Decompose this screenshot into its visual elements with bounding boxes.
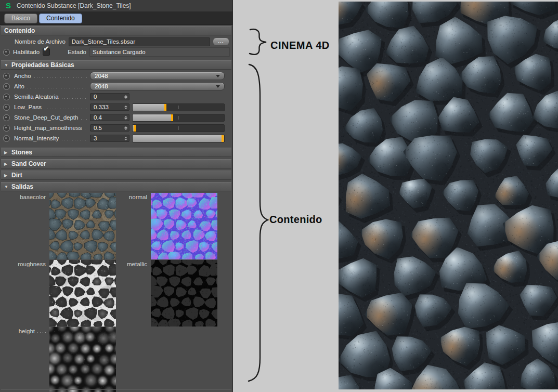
param-ring-icon: [3, 125, 10, 132]
number-value: 0.333: [94, 104, 109, 110]
slider-handle[interactable]: [164, 104, 166, 111]
section-header-salidas[interactable]: ▼ Salidas: [1, 182, 231, 191]
dropdown-value: 2048: [95, 83, 108, 89]
output-label-height: height: [19, 327, 49, 392]
output-label-text: metallic: [127, 261, 147, 267]
leader-dots: [45, 109, 87, 109]
panel-titlebar: S Contenido Substance [Dark_Stone_Tiles]: [0, 0, 232, 12]
basic-props-well: Ancho2048Alto2048Semilla Aleatoria0Low_P…: [0, 70, 232, 146]
param-ring-icon: [3, 104, 10, 111]
section-label: Dirt: [11, 172, 22, 179]
param-row-stone_deep_cut_depth: Stone_Deep_Cut_depth0.4: [0, 112, 232, 123]
preview-roughness-image: [49, 260, 116, 326]
substance-icon: S: [4, 2, 12, 10]
slider-handle[interactable]: [171, 114, 173, 121]
param-label: Semilla Aleatoria: [14, 94, 59, 100]
section-header-propiedades[interactable]: ▼ Propiedades Básicas: [1, 60, 231, 70]
enabled-row: Habilitado ✔ Estado Substance Cargado: [0, 47, 232, 57]
param-row-normal_intensity: Normal_Intensity3: [0, 133, 232, 143]
tab-contenido[interactable]: Contenido: [39, 14, 82, 23]
output-label-text: normal: [129, 194, 147, 200]
param-row-semilla aleatoria: Semilla Aleatoria0: [0, 92, 232, 102]
enabled-checkbox[interactable]: ✔: [43, 48, 50, 56]
chevron-down-icon: [216, 85, 220, 88]
param-label: Ancho: [14, 73, 31, 79]
param-label: Normal_Intensity: [14, 135, 59, 141]
slider-normal_intensity[interactable]: [132, 135, 225, 142]
output-label-basecolor: basecolor: [20, 193, 49, 259]
param-ring-icon: [3, 73, 10, 80]
browse-button[interactable]: ...: [213, 37, 229, 46]
leader-dots: [85, 129, 87, 130]
number-field-stone_deep_cut_depth[interactable]: 0.4: [90, 114, 129, 121]
slider-stone_deep_cut_depth[interactable]: [132, 114, 225, 122]
dropdown-ancho[interactable]: 2048: [90, 72, 225, 80]
chevron-right-icon: ▶: [4, 150, 9, 155]
preview-metallic-image: [151, 260, 217, 326]
param-label: Height_map_smoothness: [14, 125, 82, 131]
panel-bottom-divider: [1, 389, 231, 390]
slider-center-tick: [178, 106, 179, 109]
file-name-field[interactable]: Dark_Stone_Tiles.sbsar: [69, 37, 210, 46]
file-row: Nombre de Archivo Dark_Stone_Tiles.sbsar…: [0, 36, 232, 47]
number-field-height_map_smoothness[interactable]: 0.5: [90, 124, 129, 132]
slider-height_map_smoothness[interactable]: [132, 124, 225, 132]
panel-title: Contenido Substance [Dark_Stone_Tiles]: [17, 2, 131, 9]
param-ring-icon: [3, 114, 10, 121]
tab-basico[interactable]: Básico: [4, 14, 37, 23]
slider-handle[interactable]: [222, 135, 224, 142]
chevron-down-icon: ▼: [4, 185, 9, 189]
tab-strip: Básico Contenido: [0, 12, 232, 25]
number-field-low_pass[interactable]: 0.333: [90, 103, 129, 111]
brace-drawings: [233, 0, 342, 392]
slider-center-tick: [178, 116, 179, 120]
section-header-stones[interactable]: ▶Stones: [1, 148, 231, 157]
slider-handle[interactable]: [134, 125, 136, 132]
param-ring-icon: [3, 135, 10, 142]
number-field-normal_intensity[interactable]: 3: [90, 135, 129, 142]
number-value: 0.5: [94, 125, 102, 131]
dropdown-alto[interactable]: 2048: [90, 82, 225, 90]
estado-field: Substance Cargado: [89, 47, 230, 57]
preview-normal-image: [151, 193, 217, 259]
section-header-dirt[interactable]: ▶Dirt: [1, 171, 231, 180]
chevron-right-icon: ▶: [4, 173, 9, 178]
substance-panel: S Contenido Substance [Dark_Stone_Tiles]…: [0, 0, 233, 392]
brace-cinema4d: [250, 29, 266, 55]
output-label-normal: normal: [129, 193, 151, 259]
file-label: Nombre de Archivo: [15, 38, 66, 45]
section-label: Sand Cover: [11, 160, 46, 167]
preview-height-image: [49, 327, 116, 392]
annotation-contenido: Contenido: [269, 214, 322, 226]
dropdown-value: 2048: [95, 73, 108, 79]
param-row-height_map_smoothness: Height_map_smoothness0.5: [0, 123, 232, 133]
slider-low_pass[interactable]: [132, 103, 225, 111]
param-ring-icon: [3, 94, 10, 100]
spinner-arrows-icon[interactable]: [124, 104, 127, 110]
param-row-alto: Alto2048: [0, 81, 232, 92]
spinner-arrows-icon[interactable]: [124, 94, 127, 100]
number-field-semilla aleatoria[interactable]: 0: [90, 93, 129, 100]
stone-texture-photo-frame: [339, 2, 558, 389]
param-row-low_pass: Low_Pass0.333: [0, 102, 232, 112]
section-header-sand-cover[interactable]: ▶Sand Cover: [1, 159, 231, 168]
leader-dots: [37, 332, 46, 333]
brace-contenido: [249, 64, 268, 381]
chevron-right-icon: ▶: [4, 162, 9, 166]
spinner-arrows-icon[interactable]: [124, 114, 127, 121]
param-ring-icon: [3, 83, 10, 90]
param-label: Low_Pass: [14, 104, 42, 110]
chevron-down-icon: ▼: [4, 63, 9, 68]
param-label: Stone_Deep_Cut_depth: [14, 114, 78, 121]
enabled-label: Habilitado: [13, 49, 40, 55]
preview-basecolor-image: [49, 193, 116, 259]
leader-dots: [81, 119, 87, 120]
number-value: 0: [94, 94, 97, 100]
annotation-cinema4d: CINEMA 4D: [270, 40, 330, 51]
param-ring-icon: [3, 49, 10, 56]
spinner-arrows-icon[interactable]: [124, 125, 127, 131]
outputs-grid: basecolornormalroughnessmetallicheight: [0, 193, 232, 392]
spinner-arrows-icon[interactable]: [124, 135, 127, 141]
leader-dots: [28, 88, 87, 88]
output-label-metallic: metallic: [127, 260, 151, 326]
